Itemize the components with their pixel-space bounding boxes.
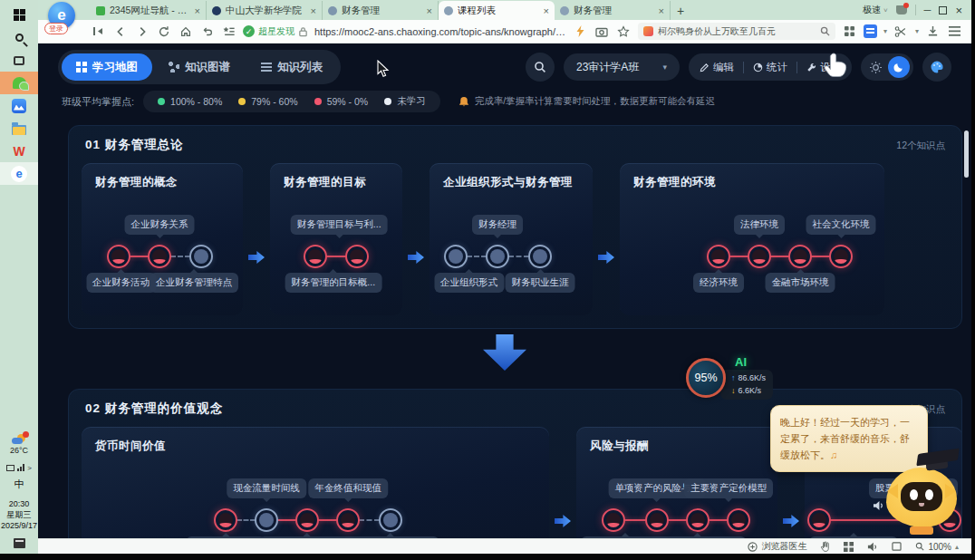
node-label[interactable]: 财务管理的目标概...	[285, 273, 381, 293]
edit-button[interactable]: 编辑	[700, 61, 734, 74]
tab-close-icon[interactable]: ×	[195, 5, 200, 16]
home-icon[interactable]	[178, 24, 193, 39]
screenshot-icon[interactable]	[594, 24, 610, 39]
node-label[interactable]: 财务管理目标与利...	[291, 215, 388, 235]
new-tab-button[interactable]: +	[671, 1, 690, 20]
knowledge-node[interactable]	[345, 245, 369, 268]
knowledge-node[interactable]	[444, 245, 468, 268]
node-label[interactable]: 年金终值和现值	[308, 478, 388, 498]
download-icon[interactable]	[925, 24, 941, 39]
hot-search-box[interactable]: 柯尔鸭身价从上万欧至几百元	[638, 23, 835, 40]
task-view-button[interactable]	[0, 49, 38, 72]
cleaner-icon[interactable]	[896, 5, 907, 14]
node-label[interactable]: 时间价值计算中的...	[343, 536, 439, 538]
knowledge-node[interactable]	[807, 508, 831, 532]
node-label[interactable]: 现金流量时间线	[227, 478, 306, 498]
taskbar-browser-button[interactable]: e	[0, 162, 38, 185]
knowledge-card[interactable]: 企业组织形式与财务管理企业组织形式财务经理财务职业生涯	[430, 163, 593, 315]
light-mode-button[interactable]	[864, 56, 886, 78]
node-label[interactable]: 企业财务关系	[125, 215, 195, 235]
knowledge-node[interactable]	[727, 508, 750, 532]
chevron-down-icon[interactable]: ▾	[883, 27, 887, 35]
node-label[interactable]: 证券组合的风险与...	[650, 536, 747, 538]
knowledge-node[interactable]	[107, 245, 130, 268]
system-tray[interactable]: >	[6, 464, 32, 472]
taskbar-wechat-button[interactable]	[0, 72, 38, 94]
taskbar-search-button[interactable]	[0, 26, 38, 49]
theme-palette-button[interactable]	[922, 53, 951, 82]
undo-icon[interactable]	[199, 24, 215, 39]
tab-close-icon[interactable]: ×	[544, 5, 549, 16]
browser-tab[interactable]: 财务管理×	[555, 1, 671, 20]
knowledge-node[interactable]	[304, 245, 327, 268]
chevron-down-icon[interactable]: ▾	[915, 27, 919, 35]
knowledge-node[interactable]	[214, 508, 237, 532]
search-icon[interactable]	[820, 26, 830, 36]
extension-icon[interactable]	[864, 24, 877, 38]
node-label[interactable]: 财务经理	[472, 215, 523, 235]
weather-widget[interactable]: 26°C	[10, 434, 28, 455]
nav-tab-knowledge-graph[interactable]: 知识图谱	[154, 53, 245, 81]
node-label[interactable]: 经济环境	[693, 273, 744, 293]
nav-tab-knowledge-list[interactable]: 知识列表	[246, 53, 337, 81]
tray-expand-icon[interactable]: >	[27, 464, 32, 472]
node-label[interactable]: 社会文化环境	[806, 215, 876, 235]
assistant-mascot[interactable]	[881, 453, 964, 538]
ai-speed-overlay[interactable]: 95% AI ↑86.6K/s ↓6.6K/s	[686, 355, 773, 400]
dark-mode-button[interactable]	[888, 56, 910, 78]
knowledge-node[interactable]	[528, 245, 552, 268]
favorites-icon[interactable]	[221, 24, 237, 39]
knowledge-node[interactable]	[788, 245, 812, 268]
knowledge-card[interactable]: 货币时间价值时间价值的概念现金流量时间线复利终值和复利现...年金终值和现值时间…	[82, 427, 549, 538]
tab-close-icon[interactable]: ×	[311, 5, 316, 16]
nav-tab-learning-map[interactable]: 学习地图	[62, 53, 152, 81]
browser-tab[interactable]: 2345网址导航 - 致力于打造百年×	[91, 1, 207, 20]
knowledge-node[interactable]	[602, 508, 625, 532]
node-label[interactable]: 主要资产定价模型	[684, 478, 773, 498]
stats-button[interactable]: 统计	[753, 61, 787, 74]
browser-tab[interactable]: 财务管理×	[323, 1, 439, 20]
taskbar-explorer-button[interactable]	[0, 117, 38, 140]
node-label[interactable]: 企业财务活动	[86, 273, 156, 293]
tab-close-icon[interactable]: ×	[659, 5, 664, 16]
apps-grid-icon[interactable]	[842, 24, 857, 39]
knowledge-card[interactable]: 财务管理的概念企业财务活动企业财务关系企业财务管理特点	[82, 163, 243, 315]
browser-logo[interactable]: e 登录	[48, 2, 77, 31]
windows-start-button[interactable]	[0, 4, 38, 26]
node-label[interactable]: 财务职业生涯	[506, 273, 575, 293]
class-selector[interactable]: 23审计学A班 ▾	[564, 53, 680, 81]
knowledge-node[interactable]	[686, 508, 710, 532]
knowledge-node[interactable]	[486, 245, 509, 268]
menu-icon[interactable]	[947, 24, 962, 39]
tab-close-icon[interactable]: ×	[427, 5, 432, 16]
node-label[interactable]: 复利终值和复利现...	[259, 536, 356, 538]
knowledge-node[interactable]	[255, 508, 278, 532]
url-text[interactable]: https://mooc2-ans.chaoxing.com/topic-ans…	[314, 26, 566, 37]
browser-tab[interactable]: 课程列表×	[439, 1, 555, 20]
restore-button[interactable]	[939, 6, 947, 14]
forward-icon[interactable]	[134, 24, 150, 39]
knowledge-node[interactable]	[748, 245, 771, 268]
knowledge-card[interactable]: 风险与报酬风险与报酬的概念单项资产的风险与...证券组合的风险与...主要资产定…	[576, 427, 777, 538]
bookmark-star-icon[interactable]	[616, 24, 632, 39]
window-mode-icon[interactable]	[892, 542, 902, 551]
knowledge-node[interactable]	[148, 245, 171, 268]
refresh-icon[interactable]	[156, 24, 171, 39]
sidebar-toggle-icon[interactable]	[91, 24, 106, 39]
minimize-button[interactable]: ─	[924, 5, 932, 15]
zoom-control[interactable]: 100% ▴	[915, 542, 959, 552]
browser-doctor-button[interactable]: 浏览器医生	[748, 540, 806, 553]
taskbar-clock[interactable]: 20:30 星期三 2025/9/17	[1, 498, 37, 531]
taskbar-wps-button[interactable]: W	[0, 140, 38, 162]
ime-indicator[interactable]: 中	[14, 478, 24, 491]
knowledge-node[interactable]	[379, 508, 402, 532]
map-search-button[interactable]	[526, 53, 555, 82]
knowledge-node[interactable]	[336, 508, 360, 532]
knowledge-node[interactable]	[295, 508, 319, 532]
speed-mode-selector[interactable]: 极速˅	[863, 4, 888, 16]
browser-tab[interactable]: 中山大学新华学院×	[207, 1, 323, 20]
knowledge-node[interactable]	[707, 245, 730, 268]
security-badge[interactable]: ✓ 超星发现	[243, 25, 308, 38]
login-badge[interactable]: 登录	[44, 23, 68, 34]
knowledge-node[interactable]	[829, 245, 853, 268]
